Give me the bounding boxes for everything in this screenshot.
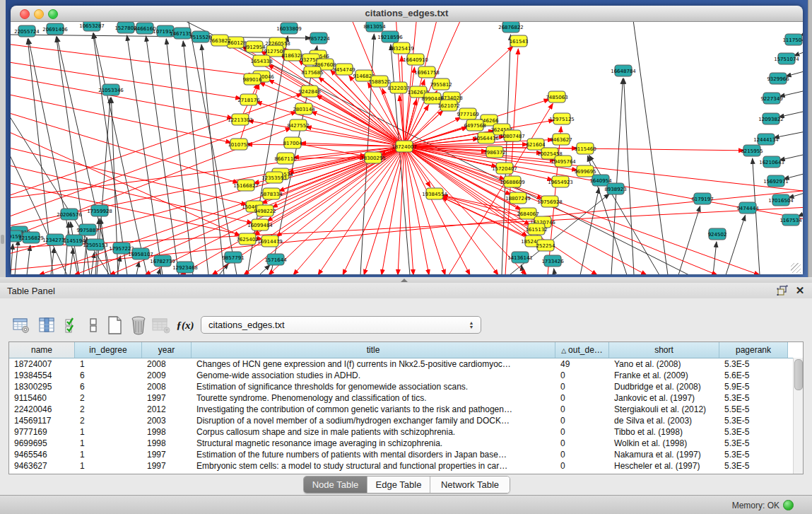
graph-node[interactable]: 9498222 — [254, 205, 276, 216]
graph-node[interactable]: 6179197 — [691, 193, 713, 204]
graph-node[interactable]: 9463627 — [550, 134, 572, 145]
graph-node[interactable]: 1010753 — [228, 139, 249, 150]
graph-node[interactable]: 12213303 — [228, 114, 253, 125]
graph-edge[interactable] — [127, 35, 163, 274]
table-cell[interactable]: Dudbridge et al. (2008) — [609, 381, 719, 392]
table-cell[interactable]: Corpus callosum shape and size in male p… — [192, 426, 555, 438]
graph-edge[interactable] — [180, 146, 404, 274]
graph-node[interactable]: 7986372 — [483, 146, 505, 158]
graph-edge[interactable] — [580, 188, 599, 274]
table-cell[interactable]: 14569117 — [9, 415, 75, 426]
graph-node[interactable]: 16099484 — [247, 219, 273, 230]
column-header-out_de[interactable]: △out_de… — [555, 342, 609, 358]
table-cell[interactable]: 2009 — [142, 370, 192, 381]
tab-network-table[interactable]: Network Table — [430, 477, 510, 493]
graph-node[interactable]: 161543 — [510, 35, 529, 47]
graph-node[interactable]: 8938923 — [604, 183, 626, 194]
graph-edge[interactable] — [269, 80, 404, 146]
graph-node[interactable]: 18325419 — [389, 42, 414, 54]
graph-node[interactable]: 8813054 — [363, 22, 386, 32]
table-cell[interactable]: 2008 — [142, 358, 192, 370]
table-cell[interactable]: 1 — [75, 438, 142, 449]
graph-node[interactable]: 6497568 — [464, 119, 486, 131]
graph-edge[interactable] — [146, 36, 179, 274]
table-row[interactable]: 1456911722003Disruption of a novel membe… — [9, 415, 803, 426]
graph-node[interactable]: 5878334 — [260, 188, 283, 199]
graph-node[interactable]: 8667110 — [274, 153, 296, 164]
table-cell[interactable]: 1998 — [142, 438, 192, 449]
table-cell[interactable]: 2 — [75, 415, 142, 426]
table-settings-button[interactable] — [11, 315, 31, 335]
graph-node[interactable]: 252254 — [536, 240, 555, 251]
graph-node[interactable]: 7485063 — [546, 91, 567, 103]
table-cell[interactable]: Yano et al. (2008) — [609, 358, 719, 370]
tab-edge-table[interactable]: Edge Table — [367, 477, 430, 493]
row-height-button[interactable] — [83, 315, 103, 335]
table-cell[interactable]: 5.3E-5 — [719, 426, 788, 438]
graph-node[interactable]: 16782739 — [150, 255, 175, 267]
graph-edge[interactable] — [726, 215, 746, 274]
graph-node[interactable]: 2803144 — [293, 103, 315, 115]
graph-edge[interactable] — [11, 93, 231, 143]
table-row[interactable]: 1872400712008Changes of HCN gene express… — [9, 358, 803, 370]
graph-edge[interactable] — [27, 245, 30, 274]
table-cell[interactable]: 1998 — [142, 426, 192, 438]
table-cell[interactable]: 1997 — [142, 449, 192, 460]
graph-node[interactable]: 7955812 — [430, 78, 452, 90]
table-cell[interactable]: 5.3E-5 — [719, 449, 788, 460]
table-cell[interactable]: 1997 — [142, 392, 192, 404]
table-cell[interactable]: 18300295 — [9, 381, 75, 392]
graph-node[interactable]: 1167534 — [779, 214, 802, 226]
table-selector-dropdown[interactable]: citations_edges.txt ▲▼ — [201, 316, 481, 334]
table-cell[interactable]: 0 — [555, 460, 609, 472]
column-header-short[interactable]: short — [609, 342, 719, 358]
table-cell[interactable]: 1 — [75, 460, 142, 472]
graph-node[interactable]: 8215955 — [741, 145, 763, 156]
graph-edge[interactable] — [259, 265, 270, 274]
table-cell[interactable]: 0 — [555, 438, 609, 449]
graph-edge[interactable] — [632, 22, 668, 274]
table-cell[interactable]: Changes of HCN gene expression and I(f) … — [192, 358, 555, 370]
graph-node[interactable]: 12444134 — [753, 134, 779, 145]
graph-edge[interactable] — [11, 142, 67, 274]
graph-edge[interactable] — [11, 128, 240, 235]
graph-node[interactable]: 8427552 — [287, 119, 309, 131]
graph-node[interactable]: 9115460 — [574, 143, 596, 154]
table-cell[interactable]: Hescheler et al. (1997) — [609, 460, 719, 472]
graph-edge[interactable] — [404, 146, 470, 274]
divider-handle-icon[interactable] — [401, 279, 408, 282]
graph-node[interactable]: 9857791 — [222, 252, 244, 263]
table-cell[interactable]: 6 — [75, 381, 142, 392]
graph-node[interactable]: 12923468 — [172, 262, 198, 273]
float-panel-icon[interactable] — [776, 285, 789, 296]
table-cell[interactable]: 6 — [75, 370, 142, 381]
graph-edge[interactable] — [158, 269, 160, 274]
graph-node[interactable]: 989016 — [243, 74, 262, 85]
graph-node[interactable]: 16648784 — [611, 65, 636, 76]
table-cell[interactable]: 5.3E-5 — [719, 392, 788, 404]
graph-edge[interactable] — [11, 190, 803, 271]
table-cell[interactable]: Wolkin et al. (1998) — [609, 438, 719, 449]
new-table-button[interactable] — [105, 315, 124, 335]
select-columns-button[interactable] — [62, 315, 82, 335]
table-cell[interactable]: 0 — [555, 381, 609, 392]
graph-node[interactable]: 15751074 — [774, 53, 799, 64]
graph-edge[interactable] — [404, 146, 413, 274]
table-cell[interactable]: 1 — [75, 358, 142, 370]
table-cell[interactable]: 5.6E-5 — [719, 370, 788, 381]
graph-node[interactable]: 16640910 — [403, 54, 428, 65]
graph-edge[interactable] — [70, 248, 73, 274]
table-cell[interactable]: 49 — [555, 358, 609, 370]
table-row[interactable]: 1830029562008Estimation of significance … — [9, 381, 803, 392]
graph-edge[interactable] — [93, 33, 147, 274]
graph-edge[interactable] — [589, 155, 659, 274]
table-cell[interactable]: 1997 — [142, 460, 192, 472]
table-cell[interactable]: 5.3E-5 — [719, 415, 788, 426]
graph-node[interactable]: 15166827 — [233, 180, 259, 191]
graph-node[interactable]: 16210643 — [759, 156, 784, 168]
table-cell[interactable]: 1 — [75, 449, 142, 460]
graph-node[interactable]: 7857224 — [307, 33, 330, 44]
table-cell[interactable]: 9699695 — [9, 438, 75, 449]
graph-node[interactable]: 19756928 — [537, 196, 563, 207]
graph-node[interactable]: 9975887 — [76, 224, 98, 235]
